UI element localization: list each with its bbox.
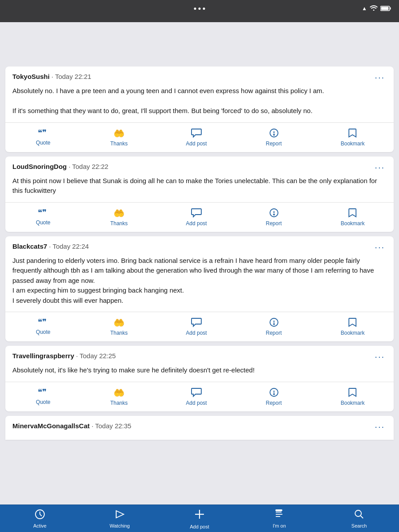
post-header: Blackcats7 · Today 22:24 ··· [12, 243, 387, 251]
nav-active-label: Active [33, 523, 47, 528]
post-actions: ❝❞ Quote 🤲 Thanks Add post Report Bookma… [5, 122, 394, 152]
svg-text:🤲: 🤲 [113, 208, 124, 218]
nav-item-search[interactable]: Search [319, 506, 399, 531]
quote-icon: ❝❞ [38, 387, 48, 398]
action-report-button[interactable]: Report [261, 316, 287, 338]
thanks-icon: 🤲 [113, 128, 124, 139]
signal-icon: ▲ [362, 5, 367, 12]
post-time: · Today 22:21 [51, 73, 91, 80]
add-post-icon [191, 317, 202, 329]
quote-label: Quote [36, 329, 51, 335]
action-thanks-button[interactable]: 🤲 Thanks [106, 206, 132, 228]
bookmark-label: Bookmark [340, 220, 364, 227]
svg-text:❝❞: ❝❞ [38, 128, 47, 137]
more-options-button[interactable]: ··· [373, 163, 387, 172]
bookmark-label: Bookmark [340, 400, 364, 406]
battery-icon [380, 6, 392, 11]
ad-space [0, 27, 399, 63]
add-post-label: Add post [186, 400, 207, 406]
nav-item-watching[interactable]: Watching [80, 506, 160, 531]
add-post-label: Add post [186, 141, 207, 147]
bottom-nav: Active Watching Add post I'm on Search [0, 505, 399, 532]
post-actions: ❝❞ Quote 🤲 Thanks Add post Report Bookma… [5, 312, 394, 341]
action-bookmark-button[interactable]: Bookmark [336, 126, 369, 149]
action-add-post-button[interactable]: Add post [181, 386, 211, 408]
svg-point-12 [274, 214, 274, 215]
bookmark-icon [347, 387, 358, 399]
action-quote-button[interactable]: ❝❞ Quote [30, 316, 56, 338]
thanks-label: Thanks [110, 141, 128, 147]
action-add-post-button[interactable]: Add post [181, 126, 211, 149]
add-post-icon [191, 128, 202, 139]
more-options-button[interactable]: ··· [373, 352, 387, 361]
nav-add-post-label: Add post [190, 524, 209, 529]
dot1 [194, 8, 196, 10]
quote-icon: ❝❞ [38, 208, 48, 218]
post-body: Just pandering to elderly voters imo. Br… [12, 256, 387, 306]
add-post-icon [191, 208, 202, 219]
post-card: TokyoSushi · Today 22:21 ··· Absolutely … [5, 66, 394, 152]
nav-im-on-icon [274, 509, 285, 522]
action-add-post-button[interactable]: Add post [181, 206, 211, 228]
action-bookmark-button[interactable]: Bookmark [336, 206, 369, 228]
svg-text:🤲: 🤲 [113, 128, 124, 138]
post-username: MinervaMcGonagallsCat [12, 422, 90, 430]
add-post-icon [191, 387, 202, 399]
svg-rect-2 [381, 7, 389, 10]
bookmark-label: Bookmark [340, 141, 364, 147]
action-report-button[interactable]: Report [261, 126, 287, 149]
nav-item-active[interactable]: Active [0, 506, 80, 531]
svg-line-33 [361, 516, 364, 519]
dot3 [203, 8, 205, 10]
action-report-button[interactable]: Report [261, 206, 287, 228]
more-options-button[interactable]: ··· [373, 422, 387, 431]
nav-item-add-post[interactable]: Add post [160, 505, 239, 532]
post-time: · Today 22:24 [49, 243, 89, 250]
post-header: Travellingraspberry · Today 22:25 ··· [12, 352, 387, 361]
action-quote-button[interactable]: ❝❞ Quote [30, 386, 56, 408]
add-post-label: Add post [186, 330, 207, 336]
more-options-button[interactable]: ··· [373, 243, 387, 251]
bookmark-icon [347, 317, 358, 329]
quote-icon: ❝❞ [38, 317, 48, 328]
svg-point-17 [274, 324, 274, 325]
action-thanks-button[interactable]: 🤲 Thanks [106, 126, 132, 149]
nav-add-post-icon [193, 508, 206, 523]
thanks-label: Thanks [110, 400, 128, 406]
action-add-post-button[interactable]: Add post [181, 316, 211, 338]
dot2 [199, 8, 201, 10]
action-quote-button[interactable]: ❝❞ Quote [30, 206, 56, 228]
action-thanks-button[interactable]: 🤲 Thanks [106, 316, 132, 338]
action-report-button[interactable]: Report [261, 386, 287, 408]
post-username: LoudSnoringDog [12, 163, 66, 170]
report-icon [269, 128, 279, 139]
action-quote-button[interactable]: ❝❞ Quote [30, 126, 56, 149]
ad-label [0, 22, 399, 27]
report-label: Report [266, 400, 282, 406]
thanks-label: Thanks [110, 220, 128, 227]
quote-label: Quote [36, 140, 51, 146]
report-icon [269, 387, 279, 399]
svg-rect-28 [276, 510, 282, 511]
feed: TokyoSushi · Today 22:21 ··· Absolutely … [0, 63, 399, 443]
post-body: Absolutely not, it's like he's trying to… [12, 365, 387, 376]
nav-watching-label: Watching [110, 523, 129, 528]
bookmark-label: Bookmark [340, 330, 364, 336]
nav-item-im-on[interactable]: I'm on [239, 506, 319, 531]
svg-marker-24 [116, 511, 124, 518]
action-bookmark-button[interactable]: Bookmark [336, 316, 369, 338]
report-label: Report [266, 330, 282, 336]
action-bookmark-button[interactable]: Bookmark [336, 386, 369, 408]
svg-rect-1 [390, 8, 391, 10]
post-header: MinervaMcGonagallsCat · Today 22:35 ··· [12, 422, 387, 431]
action-thanks-button[interactable]: 🤲 Thanks [106, 386, 132, 408]
nav-watching-icon [114, 509, 125, 522]
post-actions: ❝❞ Quote 🤲 Thanks Add post Report Bookma… [5, 202, 394, 232]
status-bar: ▲ [0, 0, 399, 17]
add-post-label: Add post [186, 220, 207, 227]
report-label: Report [266, 141, 282, 147]
post-time: · Today 22:22 [69, 163, 109, 170]
more-options-button[interactable]: ··· [373, 73, 387, 82]
nav-im-on-label: I'm on [273, 523, 286, 528]
report-label: Report [266, 220, 282, 227]
